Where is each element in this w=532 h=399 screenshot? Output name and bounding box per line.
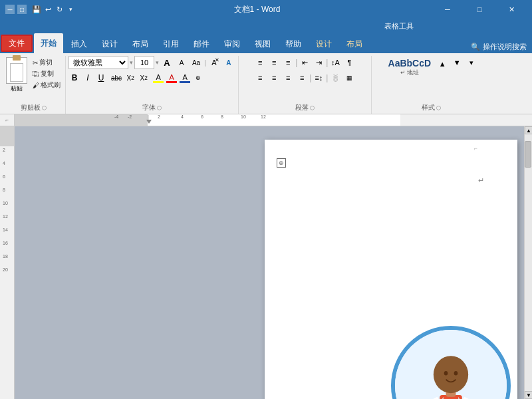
underline-btn[interactable]: U [95,71,107,84]
search-area[interactable]: 🔍 操作说明搜索 [471,42,532,52]
return-mark: ↵ [478,176,484,185]
scroll-track[interactable] [525,134,532,391]
font-content: 微软雅黑 ▾ ▾ A A Aa | A✕ A [68,56,235,103]
indent-marker[interactable] [146,120,152,124]
paste-button[interactable]: 粘贴 [4,56,29,94]
justify-btn[interactable]: ≡ [295,71,309,84]
styles-expander-icon[interactable]: ⬡ [436,105,441,111]
para-expander-icon[interactable]: ⬡ [310,105,315,111]
para-row2: ≡ ≡ ≡ ≡ | ≡↕ | ░ ▦ [253,71,356,84]
superscript-btn[interactable]: X2 [138,71,150,84]
subscript-btn[interactable]: X2 [124,71,136,84]
font-size-dropdown-icon: ▾ [156,59,159,66]
font-shrink-btn[interactable]: A [175,56,188,69]
separator1: | [204,59,206,66]
paragraph-group: ≡ ≡ ≡ | ⇤ ⇥ | ↕A ¶ ≡ ≡ ≡ ≡ | ≡↕ [239,56,372,114]
undo-btn[interactable]: ↩ [43,5,53,14]
horizontal-ruler: -4 -2 | 2 4 6 8 10 12 [15,114,532,126]
ruler-mark-8: 8 [221,114,223,119]
copy-icon: ⿻ [33,70,39,78]
svg-point-6 [454,371,458,376]
tab-table-layout[interactable]: 布局 [340,35,369,53]
ruler-mark-2: 2 [158,114,160,119]
tab-review[interactable]: 审阅 [217,35,247,53]
tab-view[interactable]: 视图 [248,35,277,53]
tab-table-design[interactable]: 设计 [309,35,338,53]
align-right-btn[interactable]: ≡ [281,71,295,84]
scroll-down-btn[interactable]: ▼ [525,391,532,399]
redo-btn[interactable]: ↻ [55,5,64,14]
customize-btn[interactable]: ▾ [66,5,75,14]
vertical-scrollbar[interactable]: ▲ ▼ [524,126,532,399]
align-left-btn[interactable]: ≡ [253,71,267,84]
highlight-bar [153,81,164,83]
restore-btn[interactable]: □ [17,5,27,14]
text-shading-icon: A [182,73,187,81]
border-btn[interactable]: ▦ [342,71,356,84]
styles-down-btn[interactable]: ▼ [450,56,464,69]
style-normal-item[interactable]: AaBbCcD ↵ 地址 [385,56,435,79]
tab-file[interactable]: 文件 [1,35,33,52]
document-area[interactable]: ⌐ ⊕ ↵ [15,126,524,399]
more-font-btn[interactable]: ⊕ [192,71,204,84]
restore-window-btn[interactable]: □ [464,0,495,19]
para-sep4: | [326,73,328,82]
font-name-select[interactable]: 微软雅黑 [68,56,128,69]
styles-up-btn[interactable]: ▲ [436,57,449,70]
font-grow-btn[interactable]: A [160,56,174,69]
ruler-mark-6: 6 [201,114,203,119]
save-quick-btn[interactable]: 💾 [32,5,41,14]
ruler-corner[interactable]: ⌐ [0,114,15,126]
page-corner-mark: ⌐ [474,145,477,152]
document-page[interactable]: ⌐ ⊕ ↵ [265,140,517,399]
font-size-input[interactable] [134,56,154,69]
format-painter-label: 格式刷 [41,80,61,90]
table-move-handle[interactable]: ⊕ [277,158,286,168]
increase-indent-btn[interactable]: ⇥ [312,56,325,69]
tab-insert[interactable]: 插入 [65,35,94,53]
styles-more-btn[interactable]: ▾ [465,56,478,69]
font-case-btn[interactable]: Aa [190,56,203,69]
text-effect-btn[interactable]: A [222,56,235,69]
text-shading-bar [180,81,190,83]
tab-help[interactable]: 帮助 [279,35,308,53]
format-painter-button[interactable]: 🖌 格式刷 [31,80,63,90]
tab-mail[interactable]: 邮件 [187,35,216,53]
clipboard-expander-icon[interactable]: ⬡ [42,105,47,111]
tab-layout[interactable]: 布局 [126,35,155,53]
shading-btn[interactable]: ░ [329,71,342,84]
decrease-indent-btn[interactable]: ⇤ [298,56,311,69]
tab-references[interactable]: 引用 [156,35,186,53]
ribbon: 粘贴 ✂ 剪切 ⿻ 复制 🖌 格式刷 [0,53,532,114]
font-clear-btn[interactable]: A✕ [207,56,221,69]
italic-btn[interactable]: I [82,71,94,84]
window-title: 文档1 - Word [82,4,432,15]
strikethrough-btn[interactable]: abc [110,71,123,84]
text-shading-btn[interactable]: A [179,73,191,83]
font-color-btn[interactable]: A [166,73,178,83]
tab-home[interactable]: 开始 [34,33,63,53]
scroll-up-btn[interactable]: ▲ [525,126,532,134]
v-mark-8: 8 [3,188,5,192]
show-marks-btn[interactable]: ¶ [342,56,356,69]
close-window-btn[interactable]: ✕ [496,0,527,19]
multilevel-btn[interactable]: ≡ [281,56,295,69]
cut-button[interactable]: ✂ 剪切 [31,57,63,68]
numbering-btn[interactable]: ≡ [267,56,281,69]
bold-btn[interactable]: B [68,71,80,84]
para-sep2: | [326,58,328,67]
minimize-btn[interactable]: ─ [5,5,15,14]
font-expander-icon[interactable]: ⬡ [157,105,162,111]
align-center-btn[interactable]: ≡ [267,71,281,84]
line-spacing-btn[interactable]: ≡↕ [312,71,325,84]
minimize-window-btn[interactable]: ─ [432,0,463,19]
ruler-mark-4: 4 [181,114,184,119]
scroll-thumb[interactable] [525,141,531,168]
tab-design[interactable]: 设计 [95,35,124,53]
ribbon-tabs: 文件 开始 插入 设计 布局 引用 邮件 审阅 视图 帮助 设计 布局 🔍 操作… [0,33,532,53]
bullets-btn[interactable]: ≡ [253,56,267,69]
sort-btn[interactable]: ↕A [329,56,342,69]
highlight-color-btn[interactable]: A [152,73,164,83]
para-row1: ≡ ≡ ≡ | ⇤ ⇥ | ↕A ¶ [253,56,356,69]
copy-button[interactable]: ⿻ 复制 [31,68,63,79]
